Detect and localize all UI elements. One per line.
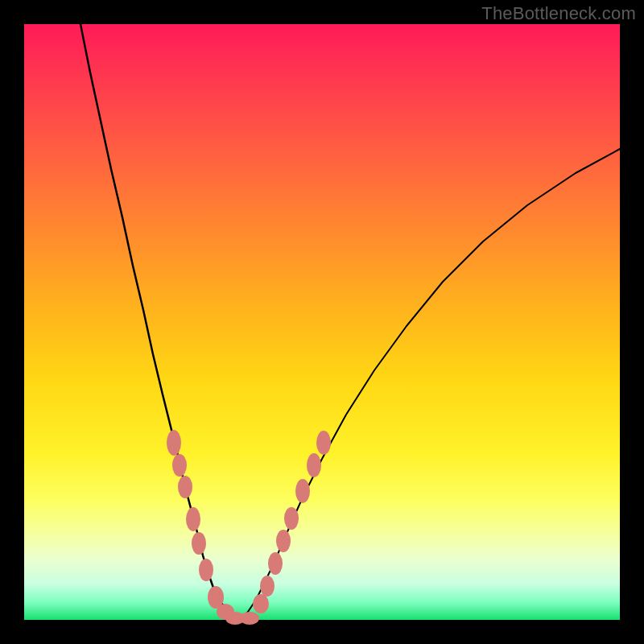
chart-frame: TheBottleneck.com <box>0 0 644 644</box>
bead-markers <box>167 430 331 625</box>
chart-svg <box>24 24 620 620</box>
svg-point-15 <box>295 479 310 503</box>
svg-point-5 <box>199 559 213 581</box>
svg-point-0 <box>167 430 181 456</box>
svg-point-3 <box>186 507 200 531</box>
svg-point-11 <box>260 576 275 597</box>
svg-point-16 <box>307 453 321 477</box>
svg-point-12 <box>268 552 283 575</box>
svg-point-10 <box>253 594 269 613</box>
svg-point-13 <box>276 530 291 552</box>
svg-point-14 <box>284 507 299 530</box>
bottleneck-curve <box>80 24 620 620</box>
svg-point-1 <box>172 454 187 477</box>
svg-point-9 <box>240 612 259 625</box>
watermark-text: TheBottleneck.com <box>481 3 636 24</box>
svg-point-17 <box>316 431 331 455</box>
plot-area <box>24 24 620 620</box>
svg-point-4 <box>192 532 206 555</box>
svg-point-2 <box>178 476 192 498</box>
